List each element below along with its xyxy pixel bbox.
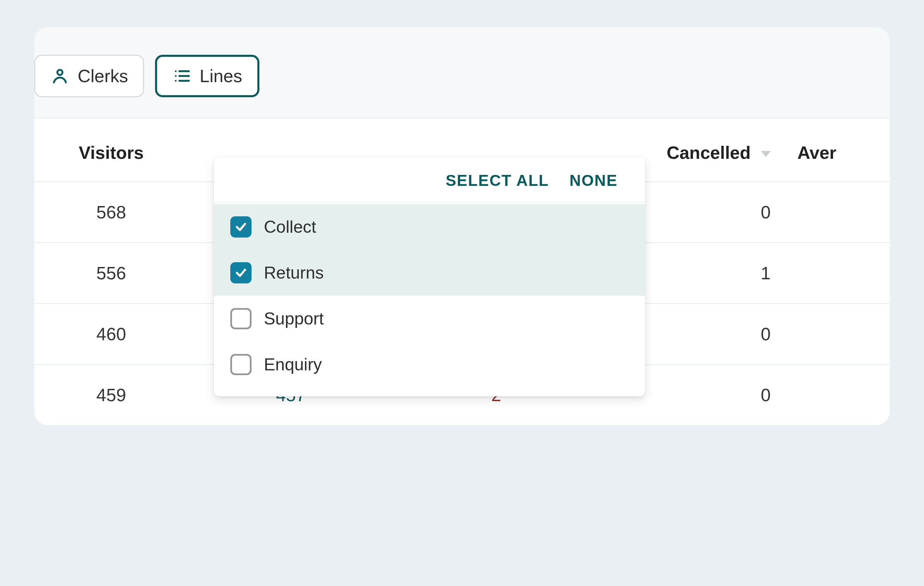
cell-visitors: 459 xyxy=(34,365,188,425)
cell-aver xyxy=(787,365,890,425)
column-header-aver[interactable]: Aver xyxy=(787,119,890,182)
checkbox-icon xyxy=(230,354,252,375)
checkbox-icon xyxy=(230,308,252,329)
column-header-label: Visitors xyxy=(79,143,144,163)
lines-dropdown: SELECT ALL NONE Collect Returns Support xyxy=(214,157,645,396)
cell-visitors: 556 xyxy=(34,243,188,304)
filter-clerks-label: Clerks xyxy=(78,66,128,86)
person-icon xyxy=(50,66,69,86)
list-icon xyxy=(172,66,191,86)
cell-visitors: 460 xyxy=(34,304,188,365)
cell-aver xyxy=(787,182,890,243)
dropdown-item-returns[interactable]: Returns xyxy=(214,250,645,296)
svg-point-3 xyxy=(175,75,177,77)
filter-lines-label: Lines xyxy=(200,66,242,86)
dropdown-item-label: Collect xyxy=(264,217,316,237)
filter-clerks-button[interactable]: Clerks xyxy=(34,55,144,97)
dropdown-item-enquiry[interactable]: Enquiry xyxy=(214,342,645,388)
cell-visitors: 568 xyxy=(34,182,188,243)
column-header-label: Aver xyxy=(797,143,837,163)
dropdown-header: SELECT ALL NONE xyxy=(214,157,645,203)
filter-bar: Clerks Lines xyxy=(31,27,886,118)
dropdown-item-label: Returns xyxy=(264,263,324,283)
dropdown-item-support[interactable]: Support xyxy=(214,296,645,342)
filter-lines-button[interactable]: Lines xyxy=(155,55,259,97)
report-panel: Clerks Lines Visitors xyxy=(34,27,890,425)
column-header-visitors[interactable]: Visitors xyxy=(34,119,188,182)
cell-aver xyxy=(787,243,890,304)
svg-point-1 xyxy=(175,70,177,72)
sort-caret-icon xyxy=(761,151,771,157)
dropdown-item-label: Support xyxy=(264,309,324,328)
svg-point-0 xyxy=(58,70,63,75)
checkbox-icon xyxy=(230,216,252,238)
dropdown-item-label: Enquiry xyxy=(264,355,322,375)
svg-point-5 xyxy=(175,80,177,81)
select-all-button[interactable]: SELECT ALL xyxy=(446,171,549,190)
column-header-label: Cancelled xyxy=(667,143,751,163)
select-none-button[interactable]: NONE xyxy=(569,171,618,190)
cell-aver xyxy=(787,304,890,365)
dropdown-list: Collect Returns Support Enquiry xyxy=(214,203,645,396)
checkbox-icon xyxy=(230,262,252,284)
dropdown-item-collect[interactable]: Collect xyxy=(214,204,645,250)
